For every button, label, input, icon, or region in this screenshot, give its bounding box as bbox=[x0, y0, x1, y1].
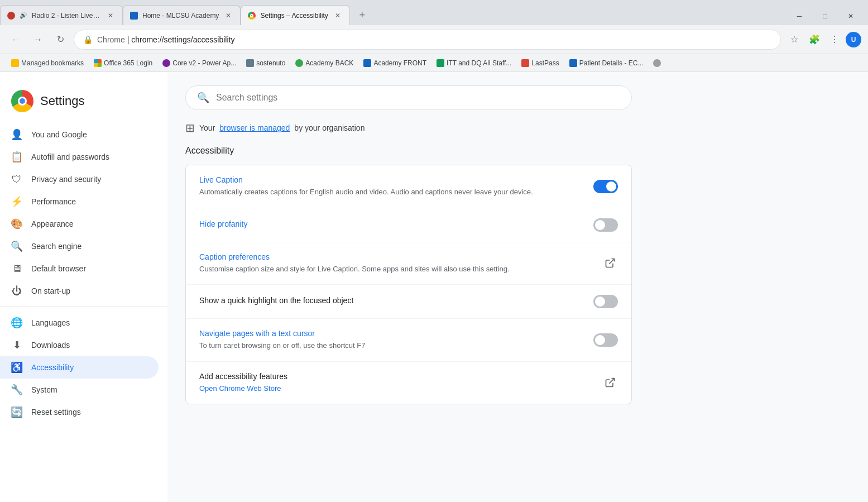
sidebar-item-search-engine[interactable]: 🔍 Search engine bbox=[0, 235, 159, 257]
bookmark-button[interactable]: ☆ bbox=[785, 31, 803, 49]
bookmark-lastpass-label: LastPass bbox=[531, 59, 559, 67]
sidebar-item-on-startup[interactable]: ⏻ On start-up bbox=[0, 280, 159, 302]
managed-link[interactable]: browser is managed bbox=[219, 123, 290, 132]
quick-highlight-info: Show a quick highlight on the focused ob… bbox=[199, 296, 584, 307]
sidebar-item-you-google[interactable]: 👤 You and Google bbox=[0, 123, 159, 146]
add-accessibility-desc[interactable]: Open Chrome Web Store bbox=[199, 383, 593, 394]
accessibility-icon: ♿ bbox=[11, 362, 22, 373]
more-button[interactable]: ⋮ bbox=[826, 31, 843, 49]
live-caption-desc: Automatically creates captions for Engli… bbox=[199, 187, 584, 198]
hide-profanity-slider bbox=[593, 218, 618, 232]
bookmark-lastpass[interactable]: LastPass bbox=[517, 57, 563, 69]
setting-row-quick-highlight: Show a quick highlight on the focused ob… bbox=[186, 285, 631, 319]
appearance-icon: 🎨 bbox=[11, 218, 22, 230]
back-button[interactable]: ← bbox=[7, 31, 25, 49]
sidebar-label-search-engine: Search engine bbox=[31, 242, 147, 251]
bookmark-sostenuto[interactable]: sostenuto bbox=[242, 57, 290, 69]
sidebar-label-system: System bbox=[31, 385, 147, 394]
browser-frame: 🔊 Radio 2 - Listen Live - BBC S... ✕ Hom… bbox=[0, 0, 868, 502]
sidebar-item-default-browser[interactable]: 🖥 Default browser bbox=[0, 257, 159, 280]
bookmark-core-label: Core v2 - Power Ap... bbox=[172, 59, 236, 67]
address-text: Chrome | chrome://settings/accessibility bbox=[97, 35, 771, 44]
reload-button[interactable]: ↻ bbox=[51, 31, 69, 49]
caption-prefs-external-link[interactable] bbox=[602, 255, 618, 271]
add-accessibility-name: Add accessibility features bbox=[199, 372, 593, 381]
sidebar-label-default-browser: Default browser bbox=[31, 264, 147, 273]
bookmark-patient[interactable]: Patient Details - EC... bbox=[565, 57, 648, 69]
chrome-label: Chrome bbox=[97, 35, 125, 44]
bookmark-more[interactable] bbox=[649, 57, 665, 69]
setting-row-add-accessibility: Add accessibility features Open Chrome W… bbox=[186, 362, 631, 404]
system-icon: 🔧 bbox=[11, 384, 22, 395]
setting-row-text-cursor: Navigate pages with a text cursor To tur… bbox=[186, 319, 631, 362]
svg-line-1 bbox=[609, 379, 614, 384]
quick-highlight-name: Show a quick highlight on the focused ob… bbox=[199, 296, 584, 305]
text-cursor-toggle[interactable] bbox=[593, 333, 618, 347]
tab-radio[interactable]: 🔊 Radio 2 - Listen Live - BBC S... ✕ bbox=[0, 5, 123, 25]
sidebar-item-privacy[interactable]: 🛡 Privacy and security bbox=[0, 168, 159, 190]
address-path: chrome://settings/accessibility bbox=[131, 35, 234, 44]
maximize-button[interactable]: □ bbox=[812, 7, 838, 25]
add-accessibility-control bbox=[602, 375, 618, 390]
sidebar-item-appearance[interactable]: 🎨 Appearance bbox=[0, 213, 159, 235]
bookmark-sostenuto-label: sostenuto bbox=[256, 59, 285, 67]
sidebar-label-accessibility: Accessibility bbox=[31, 363, 147, 372]
sidebar-item-system[interactable]: 🔧 System bbox=[0, 379, 159, 401]
text-cursor-name[interactable]: Navigate pages with a text cursor bbox=[199, 329, 584, 338]
bookmark-itt[interactable]: ITT and DQ All Staff... bbox=[432, 57, 516, 69]
search-engine-icon: 🔍 bbox=[11, 241, 22, 252]
hide-profanity-toggle[interactable] bbox=[593, 218, 618, 232]
tab-radio-close[interactable]: ✕ bbox=[105, 11, 116, 21]
setting-row-hide-profanity: Hide profanity bbox=[186, 208, 631, 242]
tab-mlcsu-close[interactable]: ✕ bbox=[223, 11, 233, 21]
managed-text-before: Your bbox=[199, 123, 215, 132]
quick-highlight-slider bbox=[593, 295, 618, 308]
sidebar-item-accessibility[interactable]: ♿ Accessibility bbox=[0, 356, 159, 379]
bookmarks-bar: Managed bookmarks Office 365 Login Core … bbox=[0, 54, 868, 72]
hide-profanity-name[interactable]: Hide profanity bbox=[199, 219, 584, 228]
bookmark-managed-label: Managed bookmarks bbox=[21, 59, 84, 67]
sidebar-label-reset: Reset settings bbox=[31, 408, 147, 417]
settings-card: Live Caption Automatically creates capti… bbox=[185, 165, 632, 404]
bookmark-managed[interactable]: Managed bookmarks bbox=[7, 57, 88, 69]
settings-header: Settings bbox=[0, 81, 167, 123]
sidebar-item-autofill[interactable]: 📋 Autofill and passwords bbox=[0, 146, 159, 168]
extensions-button[interactable]: 🧩 bbox=[805, 31, 823, 49]
address-bar[interactable]: 🔒 Chrome | chrome://settings/accessibili… bbox=[74, 30, 781, 50]
tab-settings-close[interactable]: ✕ bbox=[333, 11, 343, 21]
content-area: 🔍 ⊞ Your browser is managed by your orga… bbox=[167, 72, 868, 502]
caption-prefs-info: Caption preferences Customise caption si… bbox=[199, 252, 593, 275]
settings-title: Settings bbox=[40, 94, 85, 108]
sidebar-item-reset[interactable]: 🔄 Reset settings bbox=[0, 401, 159, 423]
bookmark-academy-back[interactable]: Academy BACK bbox=[291, 57, 358, 69]
bookmark-office[interactable]: Office 365 Login bbox=[89, 57, 157, 69]
caption-prefs-name[interactable]: Caption preferences bbox=[199, 252, 593, 261]
live-caption-control bbox=[593, 180, 618, 193]
live-caption-name[interactable]: Live Caption bbox=[199, 175, 584, 184]
minimize-button[interactable]: ─ bbox=[787, 7, 812, 25]
sidebar-item-languages[interactable]: 🌐 Languages bbox=[0, 312, 159, 334]
sidebar-label-autofill: Autofill and passwords bbox=[31, 152, 147, 161]
sidebar-item-downloads[interactable]: ⬇ Downloads bbox=[0, 334, 159, 356]
live-caption-toggle[interactable] bbox=[593, 180, 618, 193]
bookmark-itt-label: ITT and DQ All Staff... bbox=[447, 59, 511, 67]
bookmark-patient-label: Patient Details - EC... bbox=[579, 59, 644, 67]
close-button[interactable]: ✕ bbox=[838, 7, 864, 25]
text-cursor-info: Navigate pages with a text cursor To tur… bbox=[199, 329, 584, 351]
managed-notice: ⊞ Your browser is managed by your organi… bbox=[185, 121, 850, 135]
bookmark-core[interactable]: Core v2 - Power Ap... bbox=[158, 57, 241, 69]
tab-settings[interactable]: Settings – Accessibility ✕ bbox=[241, 5, 349, 25]
search-input[interactable] bbox=[216, 93, 620, 103]
new-tab-button[interactable]: + bbox=[352, 5, 372, 25]
add-accessibility-external-link[interactable] bbox=[602, 375, 618, 390]
reset-icon: 🔄 bbox=[11, 407, 22, 418]
forward-button[interactable]: → bbox=[29, 31, 47, 49]
profile-avatar[interactable]: U bbox=[846, 32, 861, 47]
search-icon: 🔍 bbox=[197, 92, 209, 104]
quick-highlight-toggle[interactable] bbox=[593, 295, 618, 308]
bookmark-academy-front[interactable]: Academy FRONT bbox=[359, 57, 431, 69]
tab-mlcsu[interactable]: Home - MLCSU Academy ✕ bbox=[123, 5, 241, 25]
sidebar-item-performance[interactable]: ⚡ Performance bbox=[0, 190, 159, 213]
toolbar-right: ☆ 🧩 ⋮ U bbox=[785, 31, 861, 49]
sidebar-label-privacy: Privacy and security bbox=[31, 175, 147, 184]
